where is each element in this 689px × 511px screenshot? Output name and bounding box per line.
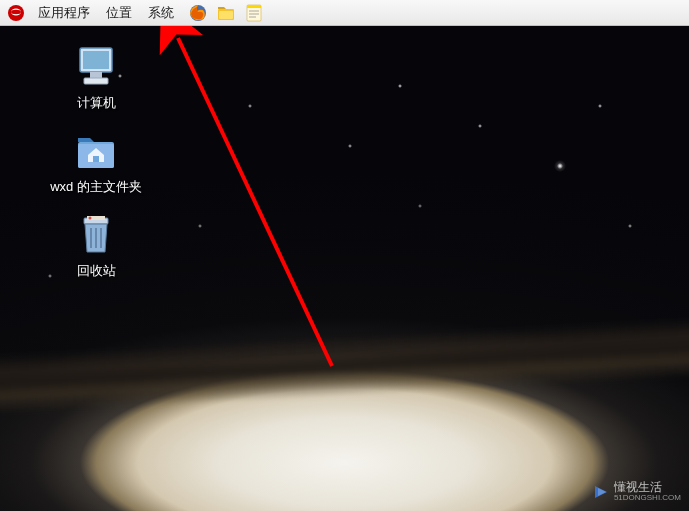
computer-icon (72, 42, 120, 90)
svg-rect-14 (84, 78, 108, 84)
menu-system[interactable]: 系统 (140, 0, 182, 25)
trash-icon (72, 210, 120, 258)
firefox-icon (188, 3, 208, 23)
svg-rect-17 (93, 156, 99, 162)
desktop-icon-computer-label: 计算机 (77, 94, 116, 112)
distro-logo-icon (6, 3, 26, 23)
menu-places[interactable]: 位置 (98, 0, 140, 25)
svg-point-23 (89, 217, 92, 220)
top-panel: 应用程序 位置 系统 (0, 0, 689, 26)
desktop-icon-home[interactable]: wxd 的主文件夹 (36, 122, 156, 200)
watermark-logo-icon (592, 483, 610, 501)
text-editor-launcher[interactable] (242, 1, 266, 25)
desktop-icon-computer[interactable]: 计算机 (36, 38, 156, 116)
svg-rect-12 (83, 51, 109, 69)
svg-rect-7 (247, 5, 261, 8)
svg-rect-5 (219, 11, 233, 19)
firefox-launcher[interactable] (186, 1, 210, 25)
folder-icon (216, 3, 236, 23)
menu-system-label: 系统 (148, 4, 174, 22)
file-manager-launcher[interactable] (214, 1, 238, 25)
desktop-icon-home-label: wxd 的主文件夹 (50, 178, 142, 196)
home-folder-icon (72, 126, 120, 174)
watermark: 懂视生活 51DONGSHI.COM (592, 481, 681, 503)
desktop-icon-trash-label: 回收站 (77, 262, 116, 280)
menu-places-label: 位置 (106, 4, 132, 22)
desktop-icon-trash[interactable]: 回收站 (36, 206, 156, 284)
desktop-background[interactable]: 计算机 wxd 的主文件夹 (0, 26, 689, 511)
notepad-icon (244, 3, 264, 23)
watermark-url: 51DONGSHI.COM (614, 494, 681, 503)
svg-rect-13 (90, 72, 102, 78)
svg-point-2 (11, 9, 21, 13)
menu-applications[interactable]: 应用程序 (30, 0, 98, 25)
menu-applications-label: 应用程序 (38, 4, 90, 22)
desktop-icons-container: 计算机 wxd 的主文件夹 (36, 38, 156, 284)
